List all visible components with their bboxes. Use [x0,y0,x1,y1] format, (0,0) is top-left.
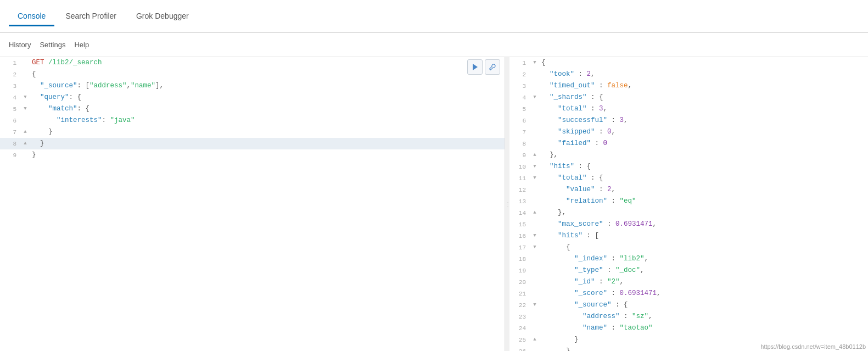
output-panel: 1 ▼ { 2 "took" : 2, 3 "timed_out" : fals… [509,57,868,351]
editor-line-3: 3 "_source": ["address","name"], [0,80,505,92]
code-editor[interactable]: 1 GET /lib2/_search 2 { 3 "_source": ["a… [0,57,505,351]
toolbar: History Settings Help [0,33,868,57]
output-line-23: 23 "address" : "sz", [509,311,868,322]
output-line-10: 10 ▼ "hits" : { [509,161,868,172]
output-line-22: 22 ▼ "_source" : { [509,299,868,311]
output-line-7: 7 "skipped" : 0, [509,126,868,138]
output-line-21: 21 "_score" : 0.6931471, [509,288,868,299]
toolbar-history[interactable]: History [9,41,31,49]
output-line-15: 15 "max_score" : 0.6931471, [509,219,868,230]
editor-line-8: 8 ▲ } [0,138,505,149]
run-button[interactable] [467,59,483,75]
editor-line-5: 5 ▼ "match": { [0,103,505,115]
output-viewer: 1 ▼ { 2 "took" : 2, 3 "timed_out" : fals… [509,57,868,351]
editor-line-6: 6 "interests": "java" [0,115,505,126]
toolbar-help[interactable]: Help [74,41,89,49]
editor-toolbar [467,59,500,75]
output-line-18: 18 "_index" : "lib2", [509,253,868,265]
output-line-9: 9 ▲ }, [509,149,868,161]
output-line-14: 14 ▲ }, [509,207,868,219]
top-nav: Console Search Profiler Grok Debugger [0,0,868,33]
editor-line-9: 9 } [0,149,505,161]
output-line-13: 13 "relation" : "eq" [509,196,868,207]
tab-grok-debugger[interactable]: Grok Debugger [127,7,198,26]
tab-search-profiler[interactable]: Search Profiler [57,7,125,26]
editor-line-1: 1 GET /lib2/_search [0,57,505,69]
toolbar-settings[interactable]: Settings [40,41,65,49]
panel-divider[interactable]: ⋮ [505,57,509,351]
output-line-2: 2 "took" : 2, [509,69,868,80]
output-line-20: 20 "_id" : "2", [509,276,868,288]
output-line-1: 1 ▼ { [509,57,868,69]
tools-button[interactable] [485,59,500,75]
editor-line-2: 2 { [0,69,505,80]
output-line-3: 3 "timed_out" : false, [509,80,868,92]
output-line-19: 19 "_type" : "_doc", [509,265,868,276]
svg-marker-0 [473,64,478,70]
output-line-16: 16 ▼ "hits" : [ [509,230,868,242]
editor-line-7: 7 ▲ } [0,126,505,138]
output-line-17: 17 ▼ { [509,242,868,253]
output-line-6: 6 "successful" : 3, [509,115,868,126]
output-line-24: 24 "name" : "taotao" [509,322,868,334]
output-line-8: 8 "failed" : 0 [509,138,868,149]
url-bar: https://blog.csdn.net/w=item_48b0112b [758,342,868,351]
editor-line-4: 4 ▼ "query": { [0,92,505,103]
editor-panel: 1 GET /lib2/_search 2 { 3 "_source": ["a… [0,57,505,351]
output-line-11: 11 ▼ "total" : { [509,172,868,184]
output-line-12: 12 "value" : 2, [509,184,868,196]
output-line-5: 5 "total" : 3, [509,103,868,115]
main-content: 1 GET /lib2/_search 2 { 3 "_source": ["a… [0,57,868,351]
output-line-4: 4 ▼ "_shards" : { [509,92,868,103]
tab-console[interactable]: Console [9,7,54,26]
